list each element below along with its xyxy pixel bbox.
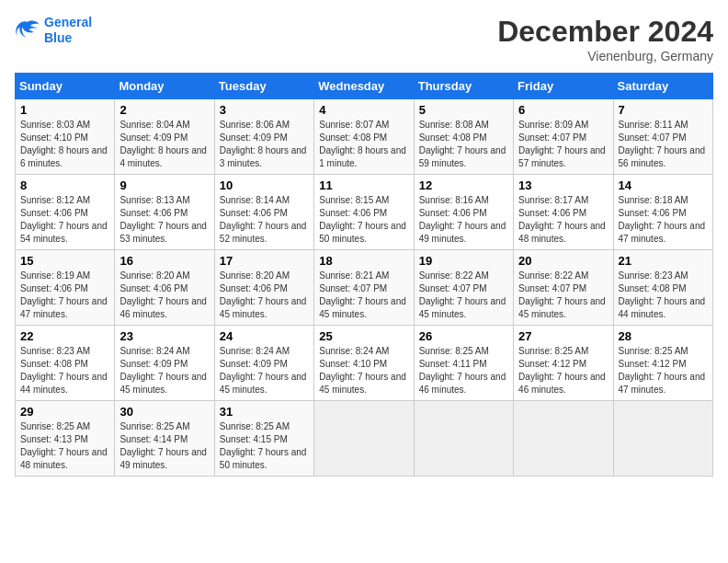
day-number: 3 <box>220 103 309 117</box>
calendar-cell: 1Sunrise: 8:03 AMSunset: 4:10 PMDaylight… <box>16 99 115 175</box>
calendar-cell: 9Sunrise: 8:13 AMSunset: 4:06 PMDaylight… <box>115 175 214 250</box>
calendar-cell: 28Sunrise: 8:25 AMSunset: 4:12 PMDayligh… <box>613 326 712 401</box>
calendar-week-row: 29Sunrise: 8:25 AMSunset: 4:13 PMDayligh… <box>16 401 713 477</box>
calendar-cell: 20Sunrise: 8:22 AMSunset: 4:07 PMDayligh… <box>514 250 613 326</box>
calendar-cell: 10Sunrise: 8:14 AMSunset: 4:06 PMDayligh… <box>214 175 313 250</box>
calendar-week-row: 8Sunrise: 8:12 AMSunset: 4:06 PMDaylight… <box>16 175 713 250</box>
day-info: Sunrise: 8:22 AMSunset: 4:07 PMDaylight:… <box>419 270 508 321</box>
day-number: 17 <box>220 254 309 268</box>
day-number: 26 <box>419 329 508 343</box>
calendar-cell <box>414 401 513 477</box>
calendar-cell: 31Sunrise: 8:25 AMSunset: 4:15 PMDayligh… <box>214 401 313 477</box>
day-number: 27 <box>518 329 608 343</box>
day-number: 11 <box>319 178 408 192</box>
day-info: Sunrise: 8:12 AMSunset: 4:06 PMDaylight:… <box>20 194 109 246</box>
calendar-cell <box>314 401 414 477</box>
calendar-week-row: 22Sunrise: 8:23 AMSunset: 4:08 PMDayligh… <box>16 326 713 401</box>
day-info: Sunrise: 8:15 AMSunset: 4:06 PMDaylight:… <box>319 194 408 246</box>
day-info: Sunrise: 8:24 AMSunset: 4:09 PMDaylight:… <box>220 345 309 396</box>
day-number: 13 <box>518 178 608 192</box>
day-info: Sunrise: 8:25 AMSunset: 4:12 PMDaylight:… <box>518 345 608 396</box>
day-info: Sunrise: 8:11 AMSunset: 4:07 PMDaylight:… <box>619 119 708 170</box>
calendar-cell: 24Sunrise: 8:24 AMSunset: 4:09 PMDayligh… <box>214 326 313 401</box>
logo-icon <box>15 19 40 41</box>
day-number: 30 <box>119 405 209 419</box>
day-number: 6 <box>518 103 608 117</box>
day-number: 4 <box>319 103 408 117</box>
day-info: Sunrise: 8:17 AMSunset: 4:06 PMDaylight:… <box>518 194 608 246</box>
logo-text: General Blue <box>44 15 92 46</box>
calendar-cell: 30Sunrise: 8:25 AMSunset: 4:14 PMDayligh… <box>115 401 214 477</box>
day-header-thursday: Thursday <box>414 74 513 99</box>
day-number: 9 <box>119 178 209 192</box>
calendar-cell: 21Sunrise: 8:23 AMSunset: 4:08 PMDayligh… <box>613 250 712 326</box>
day-info: Sunrise: 8:24 AMSunset: 4:10 PMDaylight:… <box>319 345 408 396</box>
day-info: Sunrise: 8:08 AMSunset: 4:08 PMDaylight:… <box>419 119 508 170</box>
day-number: 20 <box>518 254 608 268</box>
calendar-cell: 4Sunrise: 8:07 AMSunset: 4:08 PMDaylight… <box>314 99 414 175</box>
day-number: 22 <box>20 329 109 343</box>
calendar-header-row: SundayMondayTuesdayWednesdayThursdayFrid… <box>16 74 713 99</box>
day-info: Sunrise: 8:09 AMSunset: 4:07 PMDaylight:… <box>518 119 608 170</box>
day-number: 24 <box>220 329 309 343</box>
calendar-cell: 17Sunrise: 8:20 AMSunset: 4:06 PMDayligh… <box>214 250 313 326</box>
day-info: Sunrise: 8:20 AMSunset: 4:06 PMDaylight:… <box>220 270 309 321</box>
day-number: 28 <box>619 329 708 343</box>
calendar-cell: 3Sunrise: 8:06 AMSunset: 4:09 PMDaylight… <box>214 99 313 175</box>
day-info: Sunrise: 8:14 AMSunset: 4:06 PMDaylight:… <box>220 194 309 246</box>
day-number: 1 <box>20 103 109 117</box>
day-number: 25 <box>319 329 408 343</box>
day-info: Sunrise: 8:23 AMSunset: 4:08 PMDaylight:… <box>20 345 109 396</box>
day-number: 2 <box>119 103 209 117</box>
calendar-cell <box>613 401 712 477</box>
day-info: Sunrise: 8:24 AMSunset: 4:09 PMDaylight:… <box>119 345 209 396</box>
calendar-cell: 5Sunrise: 8:08 AMSunset: 4:08 PMDaylight… <box>414 99 513 175</box>
day-header-sunday: Sunday <box>16 74 115 99</box>
calendar-cell: 8Sunrise: 8:12 AMSunset: 4:06 PMDaylight… <box>16 175 115 250</box>
day-info: Sunrise: 8:07 AMSunset: 4:08 PMDaylight:… <box>319 119 408 170</box>
day-number: 16 <box>119 254 209 268</box>
day-header-friday: Friday <box>514 74 613 99</box>
day-number: 14 <box>619 178 708 192</box>
day-info: Sunrise: 8:20 AMSunset: 4:06 PMDaylight:… <box>119 270 209 321</box>
day-info: Sunrise: 8:16 AMSunset: 4:06 PMDaylight:… <box>419 194 508 246</box>
calendar-cell: 6Sunrise: 8:09 AMSunset: 4:07 PMDaylight… <box>514 99 613 175</box>
calendar-cell: 23Sunrise: 8:24 AMSunset: 4:09 PMDayligh… <box>115 326 214 401</box>
day-info: Sunrise: 8:25 AMSunset: 4:14 PMDaylight:… <box>119 420 209 472</box>
day-number: 8 <box>20 178 109 192</box>
day-number: 23 <box>119 329 209 343</box>
day-info: Sunrise: 8:19 AMSunset: 4:06 PMDaylight:… <box>20 270 109 321</box>
calendar-cell: 2Sunrise: 8:04 AMSunset: 4:09 PMDaylight… <box>115 99 214 175</box>
day-info: Sunrise: 8:25 AMSunset: 4:12 PMDaylight:… <box>619 345 708 396</box>
calendar-cell: 14Sunrise: 8:18 AMSunset: 4:06 PMDayligh… <box>613 175 712 250</box>
day-header-wednesday: Wednesday <box>314 74 414 99</box>
title-area: December 2024 Vienenburg, Germany <box>497 15 713 63</box>
calendar-cell <box>514 401 613 477</box>
month-title: December 2024 <box>497 15 713 49</box>
day-info: Sunrise: 8:25 AMSunset: 4:11 PMDaylight:… <box>419 345 508 396</box>
calendar-cell: 27Sunrise: 8:25 AMSunset: 4:12 PMDayligh… <box>514 326 613 401</box>
day-info: Sunrise: 8:23 AMSunset: 4:08 PMDaylight:… <box>619 270 708 321</box>
day-info: Sunrise: 8:22 AMSunset: 4:07 PMDaylight:… <box>518 270 608 321</box>
calendar-week-row: 1Sunrise: 8:03 AMSunset: 4:10 PMDaylight… <box>16 99 713 175</box>
day-info: Sunrise: 8:03 AMSunset: 4:10 PMDaylight:… <box>20 119 109 170</box>
day-number: 10 <box>220 178 309 192</box>
day-number: 31 <box>220 405 309 419</box>
day-number: 7 <box>619 103 708 117</box>
calendar-cell: 25Sunrise: 8:24 AMSunset: 4:10 PMDayligh… <box>314 326 414 401</box>
calendar-week-row: 15Sunrise: 8:19 AMSunset: 4:06 PMDayligh… <box>16 250 713 326</box>
calendar-cell: 18Sunrise: 8:21 AMSunset: 4:07 PMDayligh… <box>314 250 414 326</box>
calendar-cell: 22Sunrise: 8:23 AMSunset: 4:08 PMDayligh… <box>16 326 115 401</box>
calendar-cell: 29Sunrise: 8:25 AMSunset: 4:13 PMDayligh… <box>16 401 115 477</box>
calendar-table: SundayMondayTuesdayWednesdayThursdayFrid… <box>15 73 713 477</box>
day-number: 12 <box>419 178 508 192</box>
calendar-cell: 16Sunrise: 8:20 AMSunset: 4:06 PMDayligh… <box>115 250 214 326</box>
day-header-saturday: Saturday <box>613 74 712 99</box>
day-number: 15 <box>20 254 109 268</box>
day-info: Sunrise: 8:21 AMSunset: 4:07 PMDaylight:… <box>319 270 408 321</box>
calendar-cell: 15Sunrise: 8:19 AMSunset: 4:06 PMDayligh… <box>16 250 115 326</box>
day-info: Sunrise: 8:18 AMSunset: 4:06 PMDaylight:… <box>619 194 708 246</box>
day-header-tuesday: Tuesday <box>214 74 313 99</box>
day-info: Sunrise: 8:25 AMSunset: 4:13 PMDaylight:… <box>20 420 109 472</box>
logo: General Blue <box>15 15 92 46</box>
